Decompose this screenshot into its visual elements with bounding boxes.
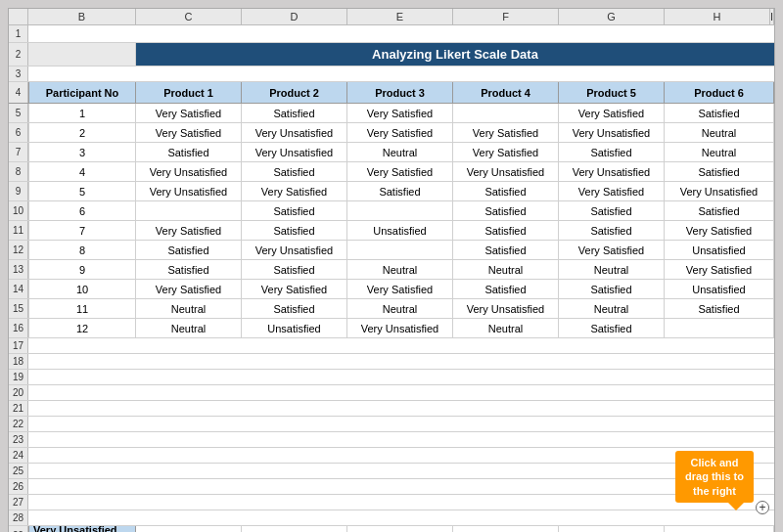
col-d-header: D — [242, 9, 347, 24]
header-participant: Participant No — [28, 82, 136, 103]
empty-row-26: 26 — [9, 479, 774, 495]
table-row-5: 9 5 Very Unsatisfied Very Satisfied Sati… — [9, 182, 774, 201]
spreadsheet-wrapper: B C D E F G H I 1 2 Analyzing Likert Sca… — [0, 8, 783, 532]
empty-row-23: 23 — [9, 432, 774, 448]
row-1-num: 1 — [9, 25, 28, 42]
empty-row-20: 20 — [9, 385, 774, 401]
empty-row-17: 17 — [9, 338, 774, 354]
row-3: 3 — [9, 66, 774, 82]
table-row-3: 7 3 Satisfied Very Unsatisfied Neutral V… — [9, 143, 774, 162]
row-2-title: 2 Analyzing Likert Scale Data — [9, 43, 774, 66]
col-f-header: F — [453, 9, 559, 24]
col-i-header: I — [770, 9, 774, 24]
col-a-header: B — [28, 9, 136, 24]
table-row-10: 14 10 Very Satisfied Very Satisfied Very… — [9, 280, 774, 299]
data-rows: 5 1 Very Satisfied Satisfied Very Satisf… — [9, 104, 774, 338]
header-product5: Product 5 — [559, 82, 665, 103]
col-g-header: G — [559, 9, 665, 24]
table-row-4: 8 4 Very Unsatisfied Satisfied Very Sati… — [9, 162, 774, 182]
summary-rows: 29 Very Unsatisfied (%) 18%25%10%18%17% … — [9, 526, 774, 532]
empty-row-18: 18 — [9, 354, 774, 370]
table-row-7: 11 7 Very Satisfied Satisfied Unsatisfie… — [9, 221, 774, 241]
tooltip-box: Click and drag this to the right — [675, 451, 754, 503]
col-e-header: E — [347, 9, 453, 24]
corner-cell — [9, 9, 28, 24]
table-row-12: 16 12 Neutral Unsatisfied Very Unsatisfi… — [9, 319, 774, 338]
header-product1: Product 1 — [136, 82, 242, 103]
summary-row-very_unsatisfied: 29 Very Unsatisfied (%) 18%25%10%18%17% … — [9, 526, 774, 532]
table-row-2: 6 2 Very Satisfied Very Unsatisfied Very… — [9, 123, 774, 143]
table-row-6: 10 6 Satisfied Satisfied Satisfied Satis… — [9, 201, 774, 221]
header-product4: Product 4 — [453, 82, 559, 103]
col-h-header: H — [665, 9, 770, 24]
col-c-header: C — [136, 9, 242, 24]
empty-row-19: 19 — [9, 370, 774, 385]
table-row-11: 15 11 Neutral Satisfied Neutral Very Uns… — [9, 299, 774, 319]
header-product6: Product 6 — [665, 82, 774, 103]
row-4-headers: 4 Participant No Product 1 Product 2 Pro… — [9, 82, 774, 104]
empty-rows: 17 18 19 20 21 22 23 24 25 26 27 28 — [9, 338, 774, 526]
empty-row-24: 24 — [9, 448, 774, 464]
table-row-1: 5 1 Very Satisfied Satisfied Very Satisf… — [9, 104, 774, 123]
table-row-8: 12 8 Satisfied Very Unsatisfied Satisfie… — [9, 241, 774, 260]
plus-icon[interactable]: + — [756, 501, 769, 514]
empty-row-22: 22 — [9, 417, 774, 432]
row-1: 1 — [9, 25, 774, 43]
empty-row-25: 25 — [9, 464, 774, 479]
empty-row-27: 27 — [9, 495, 774, 510]
header-product2: Product 2 — [242, 82, 347, 103]
title-cell: Analyzing Likert Scale Data — [136, 43, 774, 66]
table-row-9: 13 9 Satisfied Satisfied Neutral Neutral… — [9, 260, 774, 280]
header-product3: Product 3 — [347, 82, 453, 103]
empty-row-21: 21 — [9, 401, 774, 417]
